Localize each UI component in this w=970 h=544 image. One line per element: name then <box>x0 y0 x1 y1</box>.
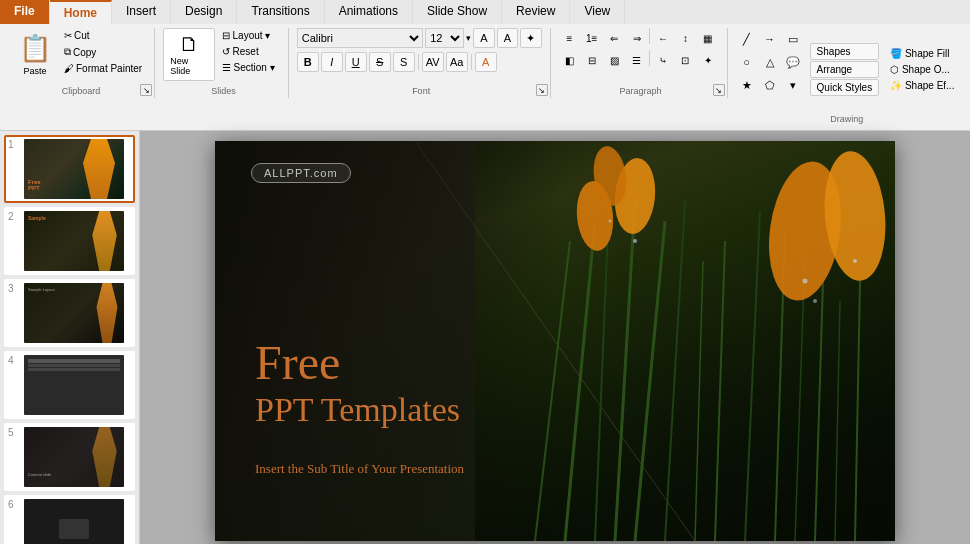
slide-thumb-2[interactable]: 2 Sample <box>4 207 135 275</box>
font-dialog-launcher[interactable]: ↘ <box>536 84 548 96</box>
svg-line-6 <box>715 241 725 541</box>
para-sep2 <box>649 50 650 66</box>
arrange-button[interactable]: Arrange <box>810 61 880 78</box>
shape-callout[interactable]: 💬 <box>782 51 804 73</box>
shape-outline-button[interactable]: ⬡ Shape O... <box>885 62 959 77</box>
tab-review[interactable]: Review <box>502 0 570 24</box>
paragraph-dialog-launcher[interactable]: ↘ <box>713 84 725 96</box>
align-center-button[interactable]: ⊟ <box>581 50 602 70</box>
tab-view[interactable]: View <box>570 0 625 24</box>
char-spacing-button[interactable]: AV <box>422 52 444 72</box>
text-direction-button[interactable]: ⤷ <box>652 50 673 70</box>
grow-font-button[interactable]: A <box>473 28 494 48</box>
drawing-group-label: Drawing <box>732 114 962 124</box>
slide-thumb-4[interactable]: 4 <box>4 351 135 419</box>
shape-line[interactable]: ╱ <box>736 28 758 50</box>
para-group-inner: ≡ 1≡ ⇐ ⇒ ← ↕ ▦ ◧ ⊟ ▨ ☰ ⤷ ⊡ ✦ <box>559 28 719 84</box>
shape-pentagon[interactable]: ⬠ <box>759 74 781 96</box>
cut-button[interactable]: ✂ Cut <box>60 28 146 43</box>
tab-file[interactable]: File <box>0 0 50 24</box>
font-color-button[interactable]: A <box>475 52 497 72</box>
tab-design[interactable]: Design <box>171 0 237 24</box>
format-painter-button[interactable]: 🖌 Format Painter <box>60 61 146 76</box>
quick-styles-button[interactable]: Quick Styles <box>810 79 880 96</box>
font-name-select[interactable]: Calibri <box>297 28 424 48</box>
shape-star[interactable]: ★ <box>736 74 758 96</box>
rtl-button[interactable]: ← <box>652 28 673 48</box>
align-right-button[interactable]: ▨ <box>603 50 624 70</box>
font-size-select[interactable]: 12 <box>425 28 464 48</box>
new-slide-button[interactable]: 🗋 New Slide <box>163 28 215 81</box>
tab-transitions[interactable]: Transitions <box>237 0 324 24</box>
justify-button[interactable]: ☰ <box>626 50 647 70</box>
slide-preview-6: Running <box>24 499 124 544</box>
slide-thumb-1[interactable]: 1 FreePPT <box>4 135 135 203</box>
reset-icon: ↺ <box>222 46 230 57</box>
bold-button[interactable]: B <box>297 52 319 72</box>
case-button[interactable]: Aa <box>446 52 468 72</box>
allppt-badge: ALLPPT.com <box>251 163 351 183</box>
slide-thumb-5[interactable]: 5 Content slide <box>4 423 135 491</box>
section-button[interactable]: ☰ Section ▾ <box>217 60 280 75</box>
clear-formatting-button[interactable]: ✦ <box>520 28 541 48</box>
svg-line-11 <box>815 281 823 541</box>
font-group-inner: Calibri 12 ▾ A A ✦ B I U S S <box>297 28 542 88</box>
underline-button[interactable]: U <box>345 52 367 72</box>
tab-slideshow[interactable]: Slide Show <box>413 0 502 24</box>
align-left-button[interactable]: ◧ <box>559 50 580 70</box>
paragraph-group-label: Paragraph <box>555 86 727 96</box>
layout-button[interactable]: ⊟ Layout ▾ <box>217 28 280 43</box>
shape-rect[interactable]: ▭ <box>782 28 804 50</box>
font-separator2 <box>471 54 472 70</box>
slide-num-1: 1 <box>8 139 20 150</box>
shape-fill-button[interactable]: 🪣 Shape Fill <box>885 46 959 61</box>
para-sep1 <box>649 28 650 44</box>
slide-preview-2: Sample <box>24 211 124 271</box>
slide-thumb-6[interactable]: 6 Running <box>4 495 135 544</box>
reset-label: Reset <box>233 46 259 57</box>
font-name-row: Calibri 12 ▾ A A ✦ <box>297 28 542 48</box>
shrink-font-button[interactable]: A <box>497 28 518 48</box>
para-row1: ≡ 1≡ ⇐ ⇒ ← ↕ ▦ <box>559 28 719 48</box>
strikethrough-button[interactable]: S <box>369 52 391 72</box>
section-icon: ☰ <box>222 62 231 73</box>
tab-home[interactable]: Home <box>50 0 112 24</box>
section-label: Section <box>234 62 267 73</box>
canvas-area: ALLPPT.com Free PPT Templates Insert the… <box>140 131 970 544</box>
svg-line-8 <box>695 261 703 541</box>
ribbon-content: 📋 Paste ✂ Cut ⧉ Copy 🖌 Format Painter <box>0 24 970 130</box>
numbering-button[interactable]: 1≡ <box>581 28 602 48</box>
svg-point-21 <box>609 220 612 223</box>
paste-button[interactable]: 📋 Paste <box>12 28 58 81</box>
dec-indent-button[interactable]: ⇐ <box>603 28 624 48</box>
shape-triangle[interactable]: △ <box>759 51 781 73</box>
shape-oval[interactable]: ○ <box>736 51 758 73</box>
line-spacing-button[interactable]: ↕ <box>675 28 696 48</box>
font-format-row: B I U S S AV Aa A <box>297 52 542 72</box>
slide-canvas[interactable]: ALLPPT.com Free PPT Templates Insert the… <box>215 141 895 541</box>
svg-line-2 <box>615 201 635 541</box>
slide-thumb-3[interactable]: 3 Sample Layout <box>4 279 135 347</box>
clipboard-small-btns: ✂ Cut ⧉ Copy 🖌 Format Painter <box>60 28 146 76</box>
format-painter-label: Format Painter <box>76 63 142 74</box>
inc-indent-button[interactable]: ⇒ <box>626 28 647 48</box>
shape-effects-button[interactable]: ✨ Shape Ef... <box>885 78 959 93</box>
align-text-button[interactable]: ⊡ <box>675 50 696 70</box>
shape-more[interactable]: ▾ <box>782 74 804 96</box>
shapes-panel: ╱ → ▭ ○ △ 💬 ★ ⬠ ▾ <box>736 28 804 96</box>
italic-button[interactable]: I <box>321 52 343 72</box>
para-columns-button[interactable]: ▦ <box>697 28 718 48</box>
slide-title-line2: PPT Templates <box>255 390 460 431</box>
smartart-button[interactable]: ✦ <box>697 50 718 70</box>
clipboard-dialog-launcher[interactable]: ↘ <box>140 84 152 96</box>
shapes-button[interactable]: Shapes <box>810 43 880 60</box>
tab-animations[interactable]: Animations <box>325 0 413 24</box>
shape-arrow[interactable]: → <box>759 28 781 50</box>
slides-group-label: Slides <box>159 86 288 96</box>
copy-button[interactable]: ⧉ Copy <box>60 44 146 60</box>
slide-num-5: 5 <box>8 427 20 438</box>
bullets-button[interactable]: ≡ <box>559 28 580 48</box>
reset-button[interactable]: ↺ Reset <box>217 44 280 59</box>
shadow-button[interactable]: S <box>393 52 415 72</box>
tab-insert[interactable]: Insert <box>112 0 171 24</box>
